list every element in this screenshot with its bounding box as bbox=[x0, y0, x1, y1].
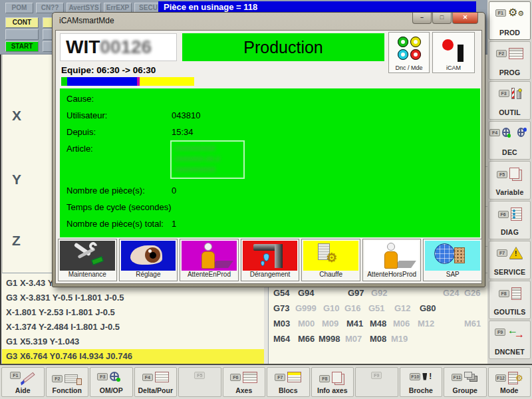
attente-hors-prod-button[interactable]: AttenteHorsProd bbox=[362, 239, 422, 281]
sap-button[interactable]: SAP bbox=[423, 239, 482, 281]
sidebar-item-outil[interactable]: F3 OUTIL bbox=[489, 81, 531, 120]
pipe-leak-icon bbox=[243, 241, 298, 271]
progress-segment-yellow bbox=[140, 77, 194, 86]
sidebar-item-service[interactable]: F7! SERVICE bbox=[489, 241, 531, 279]
g-code: G94 bbox=[298, 288, 315, 298]
gcode-line: X-1.801 Y-2.53 I-1.801 J-0.5 bbox=[2, 305, 264, 320]
m-code: M66 bbox=[298, 334, 315, 344]
derangement-button[interactable]: Dérangement bbox=[241, 239, 300, 281]
warning-triangle-icon: ! bbox=[509, 247, 523, 259]
total-count-label: Nombre de pièce(s) total: bbox=[66, 219, 164, 229]
gear-icon: ⚙ bbox=[515, 373, 523, 383]
softkey-deltapour[interactable]: F4 Delta/Pour bbox=[134, 367, 178, 397]
shift-label: Equipe: 06:30 -> 06:30 bbox=[61, 65, 156, 75]
sidebar-item-prod[interactable]: F1⚙⚙ PROD bbox=[489, 1, 531, 40]
cnc-screen: POM CN?? AvertSYS ErrEXP SECU CONT IL ST… bbox=[0, 0, 532, 399]
softkey-label: Info axes bbox=[312, 386, 354, 394]
chauffe-button[interactable]: ⚙ Chauffe bbox=[301, 239, 360, 281]
fkey-badge: F11 bbox=[452, 374, 462, 381]
g-code: G12 bbox=[394, 303, 411, 313]
softkey-broche[interactable]: F10! Broche bbox=[400, 367, 443, 397]
g-code: G80 bbox=[420, 303, 436, 313]
g-code: G97 bbox=[348, 288, 364, 298]
fkey-badge: F7 bbox=[497, 249, 507, 257]
icam-dot-icon bbox=[442, 39, 454, 51]
icam-button[interactable]: iCAM bbox=[432, 32, 475, 73]
softkey-aide[interactable]: F1 Aide bbox=[1, 367, 45, 397]
minimize-button[interactable]: – bbox=[412, 13, 432, 24]
softkey-omop[interactable]: F3 OM/OP bbox=[90, 367, 133, 397]
softkey-blocs[interactable]: F7 Blocs bbox=[267, 367, 310, 397]
fkey-badge: F4 bbox=[489, 129, 500, 136]
fkey-badge: F3 bbox=[499, 90, 509, 97]
m-code: M07 bbox=[345, 334, 362, 344]
fkey-badge: F3 bbox=[97, 373, 108, 380]
tab-pom[interactable]: POM bbox=[5, 3, 33, 13]
close-button[interactable]: ✕ bbox=[452, 13, 478, 24]
fkey-badge: F7 bbox=[275, 374, 285, 381]
softkey-empty: F9 bbox=[355, 367, 398, 397]
icam-bar-icon bbox=[458, 45, 464, 62]
m-code: M12 bbox=[418, 319, 434, 329]
fkey-badge: F2 bbox=[496, 50, 507, 57]
blank-button[interactable] bbox=[5, 29, 39, 40]
cont-button[interactable]: CONT bbox=[5, 17, 39, 28]
sidebar-item-dncnet[interactable]: F9←→ DNCNET bbox=[489, 321, 531, 359]
g-code: G51 bbox=[368, 303, 385, 313]
sidebar-item-label: Variable bbox=[489, 188, 530, 196]
m-code: M998 bbox=[319, 334, 340, 344]
attente-en-prod-button[interactable]: AttenteEnProd bbox=[180, 239, 239, 281]
axis-label-z: Z bbox=[12, 233, 21, 249]
sidebar-item-prog[interactable]: F2 PROG bbox=[489, 41, 531, 80]
softkey-label: Mode bbox=[489, 386, 531, 394]
progress-segment-green bbox=[61, 77, 67, 86]
softkey-label: Blocs bbox=[267, 386, 309, 394]
sidebar-item-label: GOUTILS bbox=[489, 308, 530, 316]
drill-icon bbox=[511, 88, 515, 99]
softkey-axes[interactable]: F6 Axes bbox=[223, 367, 266, 397]
gcode-line: X-1.374 Y-2.484 I-1.801 J-0.5 bbox=[2, 320, 264, 334]
sidebar-item-label: OUTIL bbox=[489, 108, 530, 116]
maximize-button[interactable]: □ bbox=[432, 13, 452, 24]
dnc-mde-button[interactable]: Dnc / Mde bbox=[388, 32, 430, 73]
user-label: Utilisateur: bbox=[66, 110, 107, 120]
gears-icon: ⚙⚙ bbox=[508, 8, 524, 18]
program-list-icon bbox=[509, 48, 523, 59]
sidebar-item-label: PROD bbox=[489, 29, 530, 37]
g-code: G999 bbox=[295, 303, 317, 313]
sidebar-item-variable[interactable]: F5 Variable bbox=[489, 161, 531, 200]
softkey-label: Aide bbox=[2, 386, 44, 394]
g-code: G16 bbox=[344, 303, 361, 313]
reglage-button[interactable]: Réglage bbox=[119, 239, 178, 281]
sidebar-item-goutils[interactable]: F8 GOUTILS bbox=[489, 281, 531, 319]
piece-count-value: 0 bbox=[172, 186, 176, 196]
fkey-badge: F1 bbox=[10, 372, 21, 379]
article-value-blurred: ########## #######-##.# ########## bbox=[170, 140, 245, 179]
start-button[interactable]: START bbox=[5, 41, 39, 52]
eye-icon bbox=[121, 241, 176, 271]
softkey-label: OM/OP bbox=[90, 386, 132, 394]
softkey-groupe[interactable]: F11 Groupe bbox=[444, 367, 487, 397]
part-id-box: WIT00126 bbox=[60, 33, 177, 61]
sidebar-item-diag[interactable]: F6 DIAG bbox=[489, 201, 531, 239]
fkey-badge: F5 bbox=[497, 171, 507, 178]
person-icon bbox=[182, 241, 237, 271]
cascade-windows-icon bbox=[464, 372, 472, 378]
checklist-icon bbox=[511, 207, 522, 221]
maintenance-button[interactable]: Maintenance bbox=[58, 239, 117, 281]
g-code: G73 bbox=[273, 303, 290, 313]
fkey-badge: F2 bbox=[52, 375, 63, 382]
softkey-fonction[interactable]: F2 Fonction bbox=[46, 367, 89, 397]
cause-label: Cause: bbox=[66, 94, 94, 104]
state-button-label: Maintenance bbox=[60, 271, 115, 279]
m-code: M03 bbox=[273, 319, 290, 329]
fkey-badge: F8 bbox=[319, 375, 330, 382]
gcode-line: G1 X5.319 Y-1.043 bbox=[2, 334, 264, 349]
softkey-infoaxes[interactable]: F8 Info axes bbox=[311, 367, 354, 397]
sidebar-item-dec[interactable]: F4 DEC bbox=[489, 121, 531, 160]
state-button-label: Réglage bbox=[121, 271, 176, 279]
softkey-mode[interactable]: F12⚙ Mode bbox=[488, 367, 531, 397]
fkey-badge: F4 bbox=[142, 374, 153, 381]
piece-count-label: Nombre de pièce(s): bbox=[66, 186, 145, 196]
state-button-label: AttenteEnProd bbox=[182, 271, 237, 279]
